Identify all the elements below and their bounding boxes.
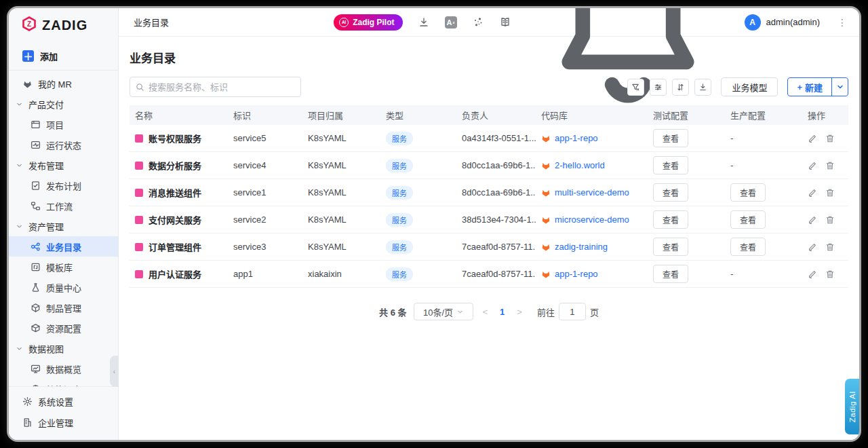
delete-icon[interactable] bbox=[825, 134, 835, 143]
view-test-config-button[interactable]: 查看 bbox=[653, 156, 688, 174]
sparkle-dots-icon[interactable] bbox=[472, 16, 484, 29]
service-name-link[interactable]: 账号权限服务 bbox=[149, 132, 201, 145]
edit-icon[interactable] bbox=[808, 269, 817, 279]
gitlab-icon bbox=[541, 242, 551, 252]
delete-icon[interactable] bbox=[825, 188, 835, 198]
delete-icon[interactable] bbox=[825, 269, 835, 279]
repo-link[interactable]: app-1-repo bbox=[555, 269, 598, 279]
current-page[interactable]: 1 bbox=[497, 307, 507, 317]
sidebar-item-quality-center[interactable]: 质量中心 bbox=[9, 277, 118, 297]
edit-icon[interactable] bbox=[808, 134, 817, 143]
sidebar-item-resource-config[interactable]: 资源配置 bbox=[9, 318, 118, 338]
repo-link[interactable]: microservice-demo bbox=[555, 214, 629, 225]
sidebar-item-business-directory[interactable]: 业务目录 bbox=[9, 236, 118, 257]
sidebar-group-release-mgmt[interactable]: 发布管理 bbox=[9, 155, 118, 175]
sidebar-item-release-plan[interactable]: 发布计划 bbox=[9, 175, 118, 195]
new-button-dropdown[interactable] bbox=[831, 78, 848, 96]
sidebar-item-label: 企业管理 bbox=[38, 416, 73, 429]
user-menu[interactable]: A admin(admin) bbox=[745, 14, 820, 31]
service-owner: 8d0cc1aa-69b6-1... bbox=[456, 160, 536, 170]
add-button[interactable]: ＋ 添加 bbox=[9, 42, 118, 71]
service-id: service2 bbox=[228, 214, 302, 225]
service-id: app1 bbox=[228, 269, 302, 279]
translate-icon[interactable]: Az bbox=[445, 16, 457, 29]
type-badge: 服务 bbox=[386, 186, 413, 200]
repo-link[interactable]: multi-service-demo bbox=[555, 187, 629, 198]
edit-icon[interactable] bbox=[808, 188, 817, 198]
view-test-config-button[interactable]: 查看 bbox=[653, 129, 688, 147]
view-test-config-button[interactable]: 查看 bbox=[653, 183, 688, 202]
zadig-ai-tab[interactable]: Zadig AI bbox=[845, 379, 859, 434]
col-header-id: 标识 bbox=[228, 109, 302, 122]
sidebar-item-enterprise-mgmt[interactable]: 企业管理 bbox=[9, 412, 118, 433]
chevron-down-icon bbox=[837, 83, 844, 90]
new-split-button: +新建 bbox=[787, 77, 848, 96]
edit-icon[interactable] bbox=[808, 161, 817, 170]
type-badge: 服务 bbox=[386, 267, 413, 281]
service-project: K8sYAML bbox=[302, 133, 380, 143]
business-model-button[interactable]: 业务模型 bbox=[721, 77, 778, 96]
view-prod-config-button[interactable]: 查看 bbox=[730, 238, 766, 256]
service-id: service4 bbox=[228, 160, 302, 170]
type-badge: 服务 bbox=[386, 159, 413, 172]
page-size-select[interactable]: 10条/页 bbox=[414, 303, 473, 320]
download-icon[interactable] bbox=[418, 16, 430, 29]
sidebar-item-artifact-mgmt[interactable]: 制品管理 bbox=[9, 297, 118, 318]
service-name-link[interactable]: 订单管理组件 bbox=[149, 240, 201, 253]
prev-page-button[interactable]: < bbox=[480, 307, 491, 317]
sidebar-group-data-views[interactable]: 数据视图 bbox=[9, 338, 118, 358]
service-color-square bbox=[135, 243, 143, 251]
translate-letter: A bbox=[447, 18, 452, 26]
export-download-button[interactable] bbox=[694, 79, 711, 96]
sidebar-group-asset-mgmt[interactable]: 资产管理 bbox=[9, 216, 118, 236]
view-prod-config-button[interactable]: 查看 bbox=[730, 210, 766, 229]
sidebar-item-system-settings[interactable]: 系统设置 bbox=[9, 391, 118, 412]
sidebar-item-insights[interactable]: 效能洞察 bbox=[9, 379, 118, 386]
view-test-config-button[interactable]: 查看 bbox=[653, 238, 688, 256]
docs-book-icon[interactable] bbox=[499, 16, 511, 29]
gitlab-icon bbox=[541, 161, 551, 170]
service-name-link[interactable]: 数据分析服务 bbox=[149, 159, 201, 172]
delete-icon[interactable] bbox=[825, 215, 835, 225]
table-header: 名称 标识 项目归属 类型 负责人 代码库 测试配置 生产配置 操作 bbox=[130, 105, 848, 125]
view-test-config-button[interactable]: 查看 bbox=[653, 265, 688, 283]
sort-button[interactable] bbox=[672, 79, 689, 96]
table-row: 支付网关服务 service2 K8sYAML 服务 38d513e4-7304… bbox=[130, 206, 848, 234]
sidebar-item-projects[interactable]: 项目 bbox=[9, 114, 118, 134]
sidebar-collapse-handle[interactable]: ‹ bbox=[110, 356, 119, 387]
col-header-repo: 代码库 bbox=[536, 109, 648, 122]
kebab-menu-icon[interactable]: ⋮ bbox=[837, 17, 847, 28]
new-button[interactable]: +新建 bbox=[788, 78, 831, 96]
repo-link[interactable]: app-1-repo bbox=[555, 133, 598, 143]
column-settings-button[interactable] bbox=[650, 79, 667, 96]
col-header-type: 类型 bbox=[380, 109, 456, 122]
goto-page-input[interactable] bbox=[559, 303, 586, 320]
delete-icon[interactable] bbox=[825, 161, 835, 170]
repo-link[interactable]: zadig-training bbox=[555, 242, 608, 252]
next-page-button[interactable]: > bbox=[514, 307, 525, 317]
zadig-ai-label: Zadig AI bbox=[848, 391, 856, 422]
edit-icon[interactable] bbox=[808, 242, 817, 252]
goto-label: 前往 bbox=[537, 305, 555, 318]
sidebar-item-running-status[interactable]: 运行状态 bbox=[9, 134, 118, 155]
zadig-pilot-button[interactable]: AI Zadig Pilot bbox=[334, 14, 402, 31]
gitlab-icon bbox=[541, 188, 551, 198]
flask-icon bbox=[31, 282, 41, 293]
sidebar-item-template-library[interactable]: 模板库 bbox=[9, 257, 118, 277]
filter-funnel-button[interactable] bbox=[627, 79, 644, 96]
sidebar-item-my-mr[interactable]: 我的 MR bbox=[9, 73, 118, 94]
service-name-link[interactable]: 消息推送组件 bbox=[149, 186, 201, 199]
screen: Z ZADIG ＋ 添加 我的 MR 产品交付 项目 bbox=[0, 0, 868, 448]
sidebar-item-label: 工作流 bbox=[46, 200, 73, 212]
edit-icon[interactable] bbox=[808, 215, 817, 225]
view-prod-config-button[interactable]: 查看 bbox=[730, 183, 766, 202]
delete-icon[interactable] bbox=[825, 242, 835, 252]
search-input[interactable] bbox=[149, 82, 295, 92]
sidebar-item-workflows[interactable]: 工作流 bbox=[9, 195, 118, 216]
sidebar-item-data-overview[interactable]: 数据概览 bbox=[9, 358, 118, 379]
sidebar-group-product-delivery[interactable]: 产品交付 bbox=[9, 94, 118, 114]
view-test-config-button[interactable]: 查看 bbox=[653, 210, 688, 229]
repo-link[interactable]: 2-hello.world bbox=[555, 160, 605, 170]
service-name-link[interactable]: 用户认证服务 bbox=[149, 267, 201, 280]
service-name-link[interactable]: 支付网关服务 bbox=[149, 213, 201, 226]
